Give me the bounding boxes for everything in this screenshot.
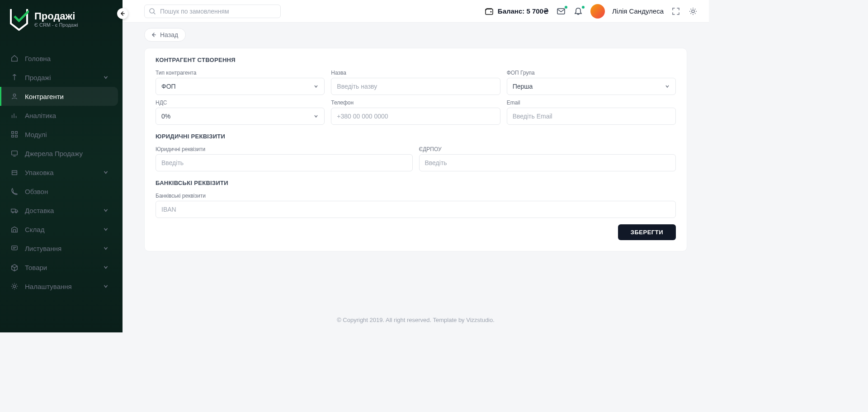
sidebar-item-1[interactable]: Продажі [0, 68, 118, 87]
svg-rect-5 [12, 151, 18, 155]
name-label: Назва [331, 70, 500, 76]
group-select[interactable]: Перша [507, 78, 676, 95]
svg-point-11 [13, 285, 15, 287]
edrpou-input[interactable] [419, 154, 676, 171]
sidebar-collapse-button[interactable] [117, 8, 128, 19]
svg-point-0 [13, 94, 15, 96]
home-icon [10, 54, 19, 62]
sidebar-header: Продажі Є CRM - є Продажі [0, 0, 123, 40]
bank-details-input[interactable] [156, 201, 676, 218]
name-input[interactable] [331, 78, 500, 95]
sidebar-item-label: Продажі [25, 74, 96, 81]
sidebar-item-10[interactable]: Листування [0, 239, 118, 258]
sidebar-item-label: Упаковка [25, 169, 96, 176]
svg-rect-2 [15, 132, 18, 134]
sidebar-item-label: Доставка [25, 207, 96, 214]
vat-select[interactable]: 0% [156, 108, 325, 125]
sidebar-item-0[interactable]: Головна [0, 49, 118, 68]
svg-rect-3 [12, 135, 14, 137]
user-icon [10, 92, 19, 100]
avatar[interactable] [590, 4, 605, 19]
chevron-down-icon [103, 207, 109, 213]
type-select[interactable]: ФОП [156, 78, 325, 95]
back-label: Назад [160, 31, 178, 38]
fullscreen-button[interactable] [671, 6, 681, 16]
back-button[interactable]: Назад [144, 28, 186, 42]
bank-title: БАНКІВСЬКІ РЕКВІЗИТИ [156, 180, 676, 186]
svg-rect-6 [12, 170, 17, 175]
legal-title: ЮРИДИЧНІ РЕКВІЗИТИ [156, 133, 676, 140]
chevron-down-icon [103, 283, 109, 289]
page-title: КОНТРАГЕНТ СТВОРЕННЯ [156, 57, 676, 63]
sidebar-item-11[interactable]: Товари [0, 258, 118, 277]
type-label: Тип контрагента [156, 70, 325, 76]
main: Баланс: 5 700₴ Лілія Сандулеса Назад КОН… [123, 0, 709, 332]
chart-icon [10, 111, 19, 119]
chevron-down-icon [103, 245, 109, 251]
vat-label: НДС [156, 99, 325, 106]
svg-rect-7 [11, 209, 15, 212]
email-label: Email [507, 99, 676, 106]
sidebar-item-label: Налаштування [25, 283, 96, 290]
truck-icon [10, 206, 19, 214]
chevron-down-icon [313, 84, 319, 89]
edrpou-label: ЄДРПОУ [419, 146, 676, 152]
phone-input[interactable] [331, 108, 500, 125]
sidebar-item-6[interactable]: Упаковка [0, 163, 118, 182]
content: Назад КОНТРАГЕНТ СТВОРЕННЯ Тип контраген… [123, 23, 709, 332]
svg-rect-15 [557, 9, 565, 14]
search-input[interactable] [144, 5, 281, 18]
settings-button[interactable] [688, 6, 698, 16]
gear-icon [10, 282, 19, 290]
phone-icon [10, 187, 19, 195]
sidebar-item-label: Модулі [25, 131, 109, 138]
bank-details-label: Банківські реквізити [156, 193, 676, 199]
sidebar-item-2[interactable]: Контрагенти [0, 87, 118, 106]
gear-icon [689, 7, 698, 16]
logo-subtitle: Є CRM - є Продажі [34, 22, 78, 28]
svg-point-8 [12, 212, 14, 213]
svg-rect-4 [15, 135, 18, 137]
email-input[interactable] [507, 108, 676, 125]
sidebar-item-label: Контрагенти [25, 93, 109, 100]
svg-point-16 [692, 10, 694, 13]
sidebar-item-label: Листування [25, 245, 96, 252]
sales-icon [10, 73, 19, 81]
sidebar-item-4[interactable]: Модулі [0, 125, 118, 144]
package-icon [10, 263, 19, 271]
chevron-down-icon [103, 264, 109, 270]
save-button[interactable]: ЗБЕРЕГТИ [618, 224, 676, 240]
sidebar-item-label: Склад [25, 226, 96, 233]
sidebar-item-9[interactable]: Склад [0, 220, 118, 239]
chevron-down-icon [103, 169, 109, 175]
svg-point-9 [15, 212, 17, 213]
wallet-icon [484, 6, 494, 16]
tv-icon [10, 149, 19, 157]
sidebar-item-label: Обзвон [25, 188, 109, 195]
legal-details-label: Юридичні реквізити [156, 146, 413, 152]
sidebar-item-3[interactable]: Аналітика [0, 106, 118, 125]
sidebar-item-7[interactable]: Обзвон [0, 182, 118, 201]
notifications-button[interactable] [573, 6, 583, 16]
type-value: ФОП [161, 83, 176, 90]
sidebar-item-label: Головна [25, 55, 109, 62]
chat-icon [10, 244, 19, 252]
fullscreen-icon [671, 7, 680, 16]
sidebar-nav: ГоловнаПродажіКонтрагентиАналітикаМодулі… [0, 40, 123, 296]
sidebar: Продажі Є CRM - є Продажі ГоловнаПродажі… [0, 0, 123, 332]
sidebar-item-label: Джерела Продажу [25, 150, 109, 157]
sidebar-item-12[interactable]: Налаштування [0, 277, 118, 296]
chevron-down-icon [665, 84, 670, 89]
chevron-down-icon [103, 74, 109, 81]
group-value: Перша [513, 83, 533, 90]
messages-button[interactable] [556, 6, 566, 16]
box-icon [10, 168, 19, 176]
legal-details-input[interactable] [156, 154, 413, 171]
phone-label: Телефон [331, 99, 500, 106]
svg-rect-13 [486, 9, 493, 14]
username: Лілія Сандулеса [612, 7, 664, 15]
messages-dot [564, 5, 568, 9]
sidebar-item-5[interactable]: Джерела Продажу [0, 144, 118, 163]
logo-icon [9, 7, 29, 31]
sidebar-item-8[interactable]: Доставка [0, 201, 118, 220]
